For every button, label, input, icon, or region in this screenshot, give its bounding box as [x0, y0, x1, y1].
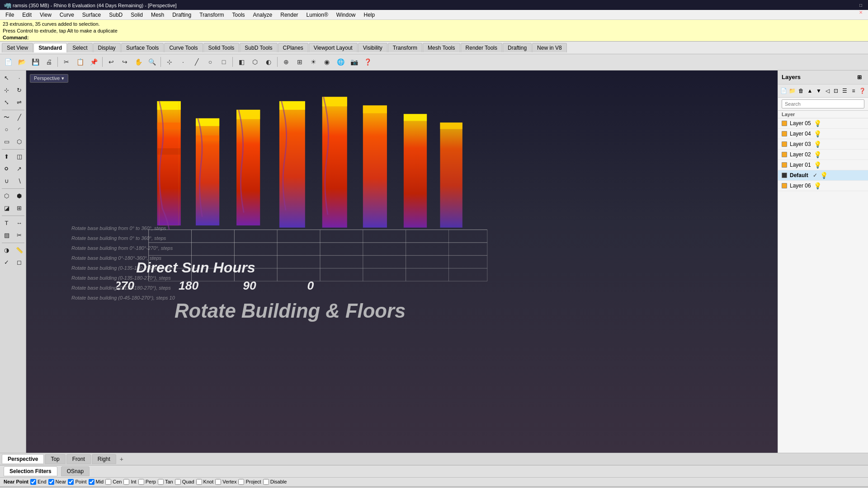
zoom-in-icon[interactable]: 🔍 [146, 56, 158, 68]
move-down-button[interactable]: ▼ [815, 86, 822, 96]
arc-tool[interactable]: ◜ [14, 124, 25, 136]
menu-curve[interactable]: Curve [56, 11, 78, 19]
env-icon[interactable]: 🌐 [334, 56, 347, 68]
snap-point[interactable]: Point [68, 479, 86, 485]
menu-tools[interactable]: Tools [229, 11, 249, 19]
curve-tool[interactable]: 〜 [1, 112, 13, 123]
circle-tool[interactable]: ○ [1, 124, 13, 136]
grid-icon[interactable]: ⊞ [293, 56, 306, 68]
loft-tool[interactable]: ◫ [14, 151, 25, 163]
snap-checkbox-near[interactable] [48, 479, 54, 485]
layer-filter-button[interactable]: ⊡ [832, 86, 840, 96]
toolbar-tab-select[interactable]: Select [67, 43, 92, 52]
layer-visibility-icon[interactable]: 💡 [814, 151, 821, 158]
snap-checkbox-int[interactable] [123, 479, 129, 485]
camera-icon[interactable]: 📷 [348, 56, 360, 68]
close-button[interactable]: ✕ [857, 9, 864, 16]
sweep-tool[interactable]: ↗ [14, 163, 25, 175]
revolve-tool[interactable]: ⭘ [1, 163, 13, 175]
layer-item-layer-06[interactable]: Layer 06💡 [778, 181, 868, 191]
surface-icon[interactable]: ◧ [235, 56, 248, 68]
measure-tool[interactable]: 📏 [14, 244, 25, 256]
snap-end[interactable]: End [30, 479, 47, 485]
toolbar-tab-mesh-tools[interactable]: Mesh Tools [423, 43, 460, 52]
layer-item-layer-03[interactable]: Layer 03💡 [778, 139, 868, 150]
toolbar-tab-solid-tools[interactable]: Solid Tools [203, 43, 240, 52]
layer-back-button[interactable]: ◁ [823, 86, 831, 96]
snap-checkbox-quad[interactable] [175, 479, 181, 485]
layers-expand-icon[interactable]: ⊞ [854, 72, 864, 82]
snap-project[interactable]: Project [238, 479, 261, 485]
help-icon[interactable]: ❓ [361, 56, 374, 68]
menu-transform[interactable]: Transform [196, 11, 227, 19]
snap-mid[interactable]: Mid [89, 479, 104, 485]
cut-icon[interactable]: ✂ [60, 56, 73, 68]
analysis-tool[interactable]: ◑ [1, 244, 13, 256]
select-tool[interactable]: ↖ [1, 72, 13, 84]
layer-visibility-icon[interactable]: 💡 [820, 172, 828, 179]
select-icon[interactable]: ⊹ [163, 56, 176, 68]
snap-near[interactable]: Near [48, 479, 66, 485]
snap-checkbox-cen[interactable] [105, 479, 111, 485]
new-icon[interactable]: 📄 [2, 56, 14, 68]
dim-tool[interactable]: ↔ [14, 217, 25, 229]
point-icon[interactable]: · [177, 56, 189, 68]
layer-item-layer-04[interactable]: Layer 04💡 [778, 129, 868, 139]
snap-checkbox-project[interactable] [238, 479, 244, 485]
cmd-prompt[interactable]: Command: [3, 35, 865, 40]
viewport[interactable]: Perspective ▾ Rotate base building from … [26, 70, 778, 453]
snap-checkbox-mid[interactable] [89, 479, 94, 485]
selection-filters-tab[interactable]: Selection Filters [4, 466, 57, 476]
redo-icon[interactable]: ↪ [118, 56, 131, 68]
polyline-tool[interactable]: ╱ [14, 112, 25, 123]
boolean-diff[interactable]: ∖ [14, 175, 25, 187]
save-icon[interactable]: 💾 [29, 56, 42, 68]
menu-lumion®[interactable]: Lumion® [303, 11, 332, 19]
snap-checkbox-disable[interactable] [263, 479, 269, 485]
print-icon[interactable]: 🖨 [42, 56, 55, 68]
mesh-icon[interactable]: ⬡ [249, 56, 261, 68]
snap-tan[interactable]: Tan [158, 479, 173, 485]
rect-icon[interactable]: □ [217, 56, 230, 68]
grid-tool[interactable]: ⊞ [14, 202, 25, 214]
extrude-tool[interactable]: ⬆ [1, 151, 13, 163]
menu-solid[interactable]: Solid [127, 11, 146, 19]
menu-view[interactable]: View [36, 11, 55, 19]
paste-icon[interactable]: 📌 [87, 56, 100, 68]
clipping-tool[interactable]: ✂ [14, 230, 25, 241]
layer-visibility-icon[interactable]: 💡 [814, 120, 821, 127]
snap-checkbox-point[interactable] [68, 479, 74, 485]
snap-knot[interactable]: Knot [196, 479, 214, 485]
layer-columns-button[interactable]: ☰ [841, 86, 849, 96]
toolbar-tab-render-tools[interactable]: Render Tools [461, 43, 503, 52]
layer-item-layer-05[interactable]: Layer 05💡 [778, 118, 868, 129]
toolbar-tab-set-view[interactable]: Set View [2, 43, 33, 52]
pan-icon[interactable]: ✋ [132, 56, 145, 68]
snap-perp[interactable]: Perp [138, 479, 156, 485]
maximize-button[interactable]: □ [857, 1, 864, 9]
polygon-tool[interactable]: ⬡ [14, 136, 25, 148]
vp-tab-top[interactable]: Top [45, 454, 65, 464]
toolbar-tab-cplanes[interactable]: CPlanes [278, 43, 308, 52]
snap-quad[interactable]: Quad [175, 479, 194, 485]
snap-checkbox-knot[interactable] [196, 479, 202, 485]
toolbar-tab-curve-tools[interactable]: Curve Tools [164, 43, 203, 52]
toolbar-tab-subd-tools[interactable]: SubD Tools [240, 43, 277, 52]
toolbar-tab-transform[interactable]: Transform [388, 43, 422, 52]
menu-subd[interactable]: SubD [105, 11, 126, 19]
snap-cen[interactable]: Cen [105, 479, 122, 485]
layer-visibility-icon[interactable]: 💡 [814, 141, 821, 148]
light-icon[interactable]: ☀ [307, 56, 320, 68]
text-tool[interactable]: T [1, 217, 13, 229]
toolbar-tab-visibility[interactable]: Visibility [358, 43, 387, 52]
menu-mesh[interactable]: Mesh [147, 11, 168, 19]
vp-tab-perspective[interactable]: Perspective [2, 454, 44, 464]
menu-file[interactable]: File [2, 11, 18, 19]
render-icon[interactable]: ◐ [262, 56, 275, 68]
snap-checkbox-vertex[interactable] [215, 479, 221, 485]
menu-edit[interactable]: Edit [19, 11, 35, 19]
scale-tool[interactable]: ⤡ [1, 97, 13, 108]
rotate-tool[interactable]: ↻ [14, 84, 25, 96]
undo-icon[interactable]: ↩ [105, 56, 118, 68]
point-tool[interactable]: · [14, 72, 25, 84]
